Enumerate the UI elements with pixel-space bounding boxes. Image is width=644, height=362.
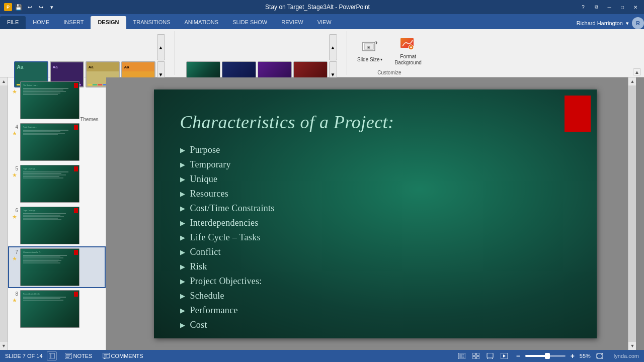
slide-item-5[interactable]: 5 ★ Topic Coverage...	[8, 163, 106, 205]
normal-view-button[interactable]	[457, 351, 467, 360]
bullet-text-10[interactable]: Project Objectives:	[190, 276, 262, 287]
bullet-text-5[interactable]: Cost/Time Constraints	[190, 203, 275, 214]
bullet-text-8[interactable]: Conflict	[190, 247, 221, 257]
slide-size-button[interactable]: ▣ Slide Size ▾	[353, 37, 386, 65]
slide-sorter-button[interactable]	[471, 351, 481, 360]
bullet-arrow-9: ▶	[180, 263, 185, 270]
window-title: Stay on Target_Stage3Alt - PowerPoint	[56, 4, 579, 11]
bullet-purpose: ▶ Purpose	[180, 145, 571, 155]
bullet-text-1[interactable]: Purpose	[190, 145, 220, 155]
bullet-text-6[interactable]: Interdependencies	[190, 218, 259, 228]
restore-button[interactable]: ⧉	[592, 4, 601, 11]
help-button[interactable]: ?	[579, 4, 588, 11]
tab-insert[interactable]: INSERT	[56, 16, 91, 29]
tab-slideshow[interactable]: SLIDE SHOW	[225, 16, 274, 29]
presentation-view-button[interactable]	[47, 351, 57, 360]
slide-item-8[interactable]: 8 ★ Project Control Cycle	[8, 288, 106, 330]
variants-scroll-up[interactable]: ▲	[329, 34, 337, 60]
comments-label: COMMENTS	[111, 353, 143, 359]
bullet-conflict: ▶ Conflict	[180, 247, 571, 257]
bullet-performance: ▶ Performance	[180, 305, 571, 316]
zoom-slider[interactable]	[525, 355, 566, 357]
tab-design[interactable]: DESIGN	[91, 16, 126, 29]
bullet-risk: ▶ Risk	[180, 261, 571, 272]
user-area[interactable]: Richard Harrington ▾ R	[577, 17, 644, 29]
undo-button[interactable]: ↩	[25, 3, 34, 12]
slideshow-button[interactable]	[499, 351, 509, 360]
slide-info: SLIDE 7 OF 14	[5, 353, 43, 359]
tab-animations[interactable]: ANIMATIONS	[178, 16, 226, 29]
slide-title[interactable]: Characteristics of a Project:	[180, 112, 571, 133]
bullet-text-2[interactable]: Temporary	[190, 159, 231, 170]
tab-transitions[interactable]: TRANSITIONS	[126, 16, 178, 29]
main-slide: Characteristics of a Project: ▶ Purpose …	[154, 89, 597, 338]
tab-view[interactable]: VIEW	[310, 16, 339, 29]
collapse-ribbon-button[interactable]: ▲	[633, 68, 641, 75]
bullet-text-9[interactable]: Risk	[190, 261, 207, 272]
slide-number-6: 6	[11, 207, 18, 213]
zoom-bar: − + 55%	[513, 351, 591, 360]
slide-size-label: Slide Size ▾	[357, 57, 382, 63]
bullet-interdependencies: ▶ Interdependencies	[180, 218, 571, 228]
title-bar-controls: ? ⧉ ─ □ ✕	[579, 4, 640, 11]
slide-scroll-up[interactable]: ▲	[0, 77, 8, 85]
comments-button[interactable]: COMMENTS	[101, 353, 145, 359]
slide-scroll-down[interactable]: ▼	[0, 342, 8, 350]
slide-item-7[interactable]: 7 ★ Characteristics of a P...	[8, 246, 106, 288]
themes-group: Aa Aa	[4, 31, 175, 75]
tab-file[interactable]: FILE	[0, 16, 26, 29]
bullet-objectives: ▶ Project Objectives:	[180, 276, 571, 287]
variants-group: ▲ ▼ ▾ Variants	[176, 31, 347, 75]
canvas-area: ▲ ▼ Characteristics of a Project: ▶ Purp…	[106, 77, 644, 350]
slide-scroll-track[interactable]	[0, 85, 8, 342]
app-icon: P	[4, 3, 12, 11]
bullet-arrow-4: ▶	[180, 190, 185, 198]
ribbon-content: Aa Aa	[0, 29, 644, 77]
svg-rect-15	[459, 354, 462, 358]
format-background-icon	[400, 36, 416, 52]
notes-button[interactable]: NOTES	[63, 353, 95, 359]
bullet-arrow-6: ▶	[180, 219, 185, 227]
redo-button[interactable]: ↪	[36, 3, 45, 12]
quick-access-more[interactable]: ▾	[47, 3, 56, 12]
tab-review[interactable]: REVIEW	[274, 16, 310, 29]
bullet-arrow-10: ▶	[180, 278, 185, 285]
maximize-button[interactable]: □	[618, 4, 627, 11]
canvas-scroll-track[interactable]	[628, 85, 636, 342]
bullet-arrow-13: ▶	[180, 321, 185, 329]
bullet-text-11[interactable]: Schedule	[190, 291, 224, 301]
zoom-level[interactable]: 55%	[580, 353, 591, 359]
slide-item-6[interactable]: 6 ★ Topic Coverage...	[8, 205, 106, 246]
user-avatar: R	[632, 17, 644, 29]
bullet-text-13[interactable]: Cost	[190, 320, 207, 330]
canvas-scroll-up[interactable]: ▲	[628, 77, 636, 85]
bullet-text-4[interactable]: Resources	[190, 189, 229, 199]
bullet-text-3[interactable]: Unique	[190, 174, 218, 185]
bullet-cost-time: ▶ Cost/Time Constraints	[180, 203, 571, 214]
svg-rect-21	[476, 356, 479, 359]
svg-rect-16	[462, 354, 464, 355]
reading-view-button[interactable]	[485, 351, 495, 360]
slide-item-4[interactable]: 4 ★ Topic Coverage...	[8, 121, 106, 163]
save-button[interactable]: 💾	[14, 3, 23, 12]
fit-slide-button[interactable]	[595, 351, 605, 360]
format-background-label: FormatBackground	[394, 54, 421, 66]
svg-rect-5	[49, 353, 55, 358]
format-background-button[interactable]: FormatBackground	[390, 34, 425, 68]
bullet-text-7[interactable]: Life Cycle – Tasks	[190, 232, 261, 243]
svg-rect-22	[487, 353, 493, 358]
slide-star-8: ★	[12, 297, 17, 304]
close-button[interactable]: ✕	[631, 4, 640, 11]
bullet-text-12[interactable]: Performance	[190, 305, 238, 316]
bullet-arrow-11: ▶	[180, 292, 185, 300]
zoom-in-button[interactable]: +	[568, 351, 578, 360]
status-right: − + 55% lynda.com	[457, 351, 639, 360]
tab-home[interactable]: HOME	[26, 16, 56, 29]
minimize-button[interactable]: ─	[605, 4, 614, 11]
themes-scroll-up[interactable]: ▲	[157, 34, 165, 60]
status-bar: SLIDE 7 OF 14 NOTES COMMENTS −	[0, 350, 644, 362]
canvas-scroll-down[interactable]: ▼	[628, 342, 636, 350]
zoom-out-button[interactable]: −	[513, 351, 523, 360]
customize-group-label: Customize	[377, 70, 401, 76]
status-left: SLIDE 7 OF 14	[5, 351, 57, 360]
